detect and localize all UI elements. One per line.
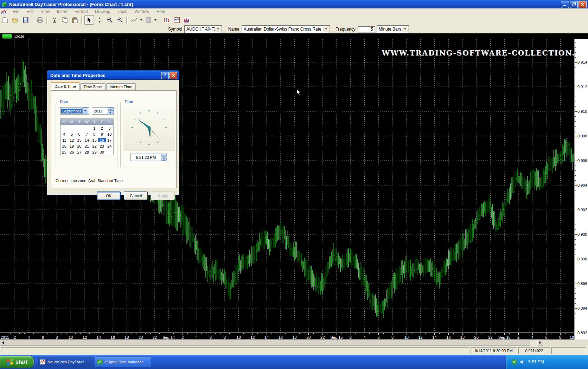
- start-button[interactable]: start: [0, 356, 34, 368]
- calendar-day-19[interactable]: 19: [68, 144, 75, 148]
- menu-edit[interactable]: Edit: [23, 8, 37, 15]
- frequency-input[interactable]: 5: [358, 26, 375, 33]
- calendar-day-18[interactable]: 18: [60, 144, 68, 148]
- calendar-day-9[interactable]: 9: [98, 132, 106, 136]
- time-up-icon[interactable]: [161, 154, 167, 157]
- paste-icon[interactable]: [70, 15, 79, 25]
- menu-tools[interactable]: Tools: [114, 8, 131, 15]
- line-tool-dropdown-icon[interactable]: [139, 16, 143, 24]
- month-dropdown-icon[interactable]: [82, 108, 88, 114]
- copy-icon[interactable]: [60, 15, 69, 25]
- calendar-day-30[interactable]: 30: [98, 150, 106, 154]
- menu-format[interactable]: Format: [71, 8, 91, 15]
- chart-wave-icon[interactable]: [172, 15, 181, 25]
- year-down-icon[interactable]: [108, 111, 113, 114]
- calendar-day-21[interactable]: 21: [83, 144, 90, 148]
- calendar-day-15[interactable]: 15: [91, 138, 98, 142]
- time-down-icon[interactable]: [161, 157, 167, 161]
- menu-help[interactable]: Help: [153, 8, 169, 15]
- calendar-day-5[interactable]: 5: [68, 132, 75, 136]
- save-icon[interactable]: [21, 15, 30, 25]
- chart-ohlc-icon[interactable]: [162, 15, 171, 25]
- calendar-day-23[interactable]: 23: [98, 144, 106, 148]
- calendar-day-13[interactable]: 13: [76, 138, 83, 142]
- chart-bars-icon[interactable]: [182, 15, 192, 25]
- calendar-day-24[interactable]: 24: [106, 144, 113, 148]
- minimize-button[interactable]: [561, 1, 569, 8]
- name-dropdown-icon[interactable]: [323, 26, 329, 32]
- symbol-dropdown-icon[interactable]: [215, 26, 221, 32]
- restore-button[interactable]: [570, 1, 578, 8]
- pattern-tool-icon[interactable]: [143, 15, 153, 25]
- symbol-combobox[interactable]: AUDCHF A0-FX: [184, 25, 222, 33]
- calendar-day-27[interactable]: 27: [76, 150, 83, 154]
- open-folder-icon[interactable]: [11, 15, 20, 25]
- zoom-out-icon[interactable]: [115, 15, 124, 25]
- close-series-chip[interactable]: [2, 34, 12, 39]
- time-minor-tick: [500, 333, 500, 334]
- calendar-day-17[interactable]: 17: [106, 138, 113, 142]
- year-up-icon[interactable]: [108, 108, 113, 111]
- tab-internet-time[interactable]: Internet Time: [106, 83, 136, 90]
- pointer-tool-icon[interactable]: [84, 15, 94, 25]
- calendar-day-2[interactable]: 2: [98, 126, 106, 130]
- cut-icon[interactable]: [50, 15, 59, 25]
- calendar-day-12[interactable]: 12: [68, 138, 75, 142]
- dialog-help-button[interactable]: ?: [161, 72, 169, 79]
- cancel-button[interactable]: Cancel: [124, 192, 148, 200]
- price-tick: [575, 234, 577, 235]
- print-icon[interactable]: [35, 15, 45, 25]
- taskbar-task-1[interactable]: eSignal Data Manager: [95, 357, 151, 367]
- month-combobox[interactable]: September: [60, 107, 89, 115]
- line-tool-icon[interactable]: [129, 15, 139, 25]
- zoom-in-icon[interactable]: [105, 15, 114, 25]
- name-combobox[interactable]: Australian Dollar-Swiss Franc Cross Rate: [242, 25, 330, 33]
- calendar-day-28[interactable]: 28: [83, 150, 90, 154]
- time-spinner[interactable]: 5:51:23 PM: [130, 154, 167, 161]
- close-button[interactable]: [579, 1, 587, 8]
- new-file-icon[interactable]: [0, 15, 10, 25]
- time-minor-tick: [355, 333, 356, 334]
- apply-button[interactable]: Apply: [151, 192, 175, 200]
- calendar-day-3[interactable]: 3: [106, 126, 113, 130]
- price-tick: [575, 185, 577, 186]
- calendar-day-4[interactable]: 4: [60, 132, 68, 136]
- pattern-tool-dropdown-icon[interactable]: [153, 16, 157, 24]
- ok-button[interactable]: OK: [97, 192, 121, 200]
- calendar-day-25[interactable]: 25: [60, 150, 68, 154]
- menu-file[interactable]: File: [9, 8, 23, 15]
- calendar-day-20[interactable]: 20: [76, 144, 83, 148]
- time-minor-tick: [47, 333, 48, 334]
- menu-insert[interactable]: Insert: [53, 8, 71, 15]
- bar-type-combobox[interactable]: Minute Bars: [377, 25, 409, 33]
- crosshair-tool-icon[interactable]: [95, 15, 104, 25]
- calendar-day-10[interactable]: 10: [106, 132, 113, 136]
- scrollbar-thumb[interactable]: [6, 339, 530, 346]
- calendar-day-8[interactable]: 8: [91, 132, 98, 136]
- calendar[interactable]: SMTWTFS123456789101112131415161718192021…: [60, 118, 114, 155]
- calendar-day-6[interactable]: 6: [76, 132, 83, 136]
- calendar-day-29[interactable]: 29: [91, 150, 98, 154]
- scroll-right-icon[interactable]: [537, 339, 543, 346]
- scroll-left-icon[interactable]: [0, 339, 6, 346]
- tray-esignal-icon[interactable]: [511, 359, 517, 365]
- tray-volume-icon[interactable]: [520, 359, 525, 365]
- calendar-day-1[interactable]: 1: [91, 126, 98, 130]
- taskbar-task-0[interactable]: NeuroShell DayTrade...: [38, 357, 94, 367]
- calendar-day-14[interactable]: 14: [83, 138, 90, 142]
- calendar-day-26[interactable]: 26: [68, 150, 75, 154]
- menu-drawing[interactable]: Drawing: [91, 8, 114, 15]
- menu-window[interactable]: Window: [131, 8, 153, 15]
- dialog-close-button[interactable]: [170, 72, 177, 79]
- year-spinner[interactable]: 2011: [92, 107, 114, 115]
- calendar-day-7[interactable]: 7: [83, 132, 90, 136]
- calendar-day-11[interactable]: 11: [60, 138, 68, 142]
- tab-time-zone[interactable]: Time Zone: [80, 83, 106, 90]
- tab-date-time[interactable]: Date & Time: [51, 82, 79, 90]
- horizontal-scrollbar[interactable]: [0, 339, 588, 346]
- calendar-day-16[interactable]: 16: [98, 138, 106, 142]
- bar-type-dropdown-icon[interactable]: [402, 26, 408, 32]
- price-tick: [575, 111, 577, 112]
- calendar-day-22[interactable]: 22: [91, 144, 98, 148]
- menu-view[interactable]: View: [37, 8, 53, 15]
